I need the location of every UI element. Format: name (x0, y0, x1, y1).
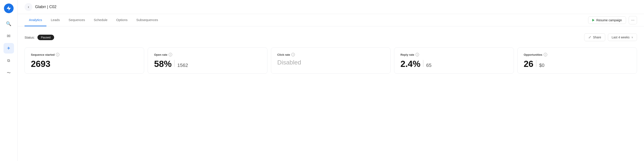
info-icon-sequence-started[interactable]: i (56, 53, 59, 56)
resume-campaign-label: Resume campaign (596, 19, 622, 22)
bolt-icon (6, 6, 12, 11)
stat-secondary-opportunities: $0 (539, 63, 544, 68)
tab-schedule[interactable]: Schedule (89, 14, 112, 26)
status-label: Status: (24, 36, 35, 39)
more-options-button[interactable]: ··· (629, 16, 637, 24)
app-logo[interactable] (4, 4, 14, 13)
stats-cards: Sequence started i 2693 Open rate i (24, 47, 637, 74)
back-button[interactable]: ‹ (24, 3, 32, 11)
stat-card-click-rate: Click rate i Disabled (271, 47, 390, 74)
stat-divider-open-rate (174, 60, 174, 67)
stat-label-opportunities: Opportunities (524, 53, 542, 56)
stat-label-open-rate: Open rate (154, 53, 167, 56)
tab-subsequences[interactable]: Subsequences (132, 14, 162, 26)
header: ‹ Glabrr | C02 (18, 0, 644, 14)
stat-divider-opportunities (536, 60, 536, 67)
info-icon-open-rate[interactable]: i (169, 53, 172, 56)
chart-icon: 〜 (7, 70, 11, 75)
stat-secondary-reply-rate: 65 (426, 63, 431, 68)
date-filter-label: Last 4 weeks (612, 36, 630, 39)
sidebar-item-analytics[interactable]: 〜 (4, 68, 14, 78)
search-icon: 🔍 (6, 21, 12, 26)
date-filter-dropdown[interactable]: Last 4 weeks ∨ (608, 34, 637, 41)
mail-icon: ✉ (7, 33, 10, 39)
stat-main-open-rate: 58% (154, 59, 172, 68)
stat-label-reply-rate: Reply rate (400, 53, 414, 56)
analytics-content: Status: Paused ⤢ Share Last 4 weeks ∨ Se… (18, 26, 644, 161)
chevron-down-icon: ∨ (631, 36, 633, 39)
share-button[interactable]: ⤢ Share (584, 33, 605, 41)
tab-navigation: Analytics Leads Sequences Schedule Optio… (18, 14, 644, 26)
sidebar-item-campaigns[interactable]: ✈ (4, 43, 14, 54)
share-label: Share (593, 36, 601, 39)
sidebar: 🔍 ✉ ✈ ⧉ 〜 (0, 0, 18, 161)
stat-card-reply-rate: Reply rate i 2.4% 65 (394, 47, 514, 74)
page-title: Glabrr | C02 (35, 5, 56, 9)
copy-icon: ⧉ (7, 58, 10, 63)
status-right: ⤢ Share Last 4 weeks ∨ (584, 33, 637, 41)
sidebar-item-templates[interactable]: ⧉ (4, 55, 14, 66)
stat-main-sequence-started: 2693 (31, 59, 50, 68)
stat-divider-reply-rate (423, 60, 424, 67)
stat-main-click-rate: Disabled (277, 59, 301, 66)
sidebar-item-mail[interactable]: ✉ (4, 31, 14, 41)
tab-sequences[interactable]: Sequences (64, 14, 89, 26)
ellipsis-icon: ··· (631, 18, 634, 22)
tab-list: Analytics Leads Sequences Schedule Optio… (24, 14, 588, 26)
status-row: Status: Paused ⤢ Share Last 4 weeks ∨ (24, 33, 637, 41)
info-icon-reply-rate[interactable]: i (416, 53, 419, 56)
main-content: ‹ Glabrr | C02 Analytics Leads Sequences… (18, 0, 644, 161)
tab-actions: Resume campaign ··· (588, 16, 637, 24)
play-icon (592, 19, 594, 22)
resume-campaign-button[interactable]: Resume campaign (588, 17, 626, 24)
back-icon: ‹ (28, 5, 29, 9)
stat-card-open-rate: Open rate i 58% 1562 (148, 47, 267, 74)
info-icon-opportunities[interactable]: i (544, 53, 547, 56)
sidebar-item-search[interactable]: 🔍 (4, 19, 14, 29)
info-icon-click-rate[interactable]: i (291, 53, 295, 56)
tab-analytics[interactable]: Analytics (24, 14, 46, 26)
stat-main-opportunities: 26 (524, 59, 534, 68)
status-left: Status: Paused (24, 35, 54, 40)
tab-options[interactable]: Options (112, 14, 132, 26)
stat-label-sequence-started: Sequence started (31, 53, 54, 56)
stat-card-sequence-started: Sequence started i 2693 (24, 47, 144, 74)
status-badge: Paused (38, 35, 54, 40)
stat-main-reply-rate: 2.4% (400, 59, 420, 68)
stat-secondary-open-rate: 1562 (177, 63, 188, 68)
share-icon: ⤢ (588, 35, 591, 39)
stat-label-click-rate: Click rate (277, 53, 290, 56)
stat-card-opportunities: Opportunities i 26 $0 (518, 47, 637, 74)
send-icon: ✈ (7, 46, 10, 51)
tab-leads[interactable]: Leads (46, 14, 64, 26)
